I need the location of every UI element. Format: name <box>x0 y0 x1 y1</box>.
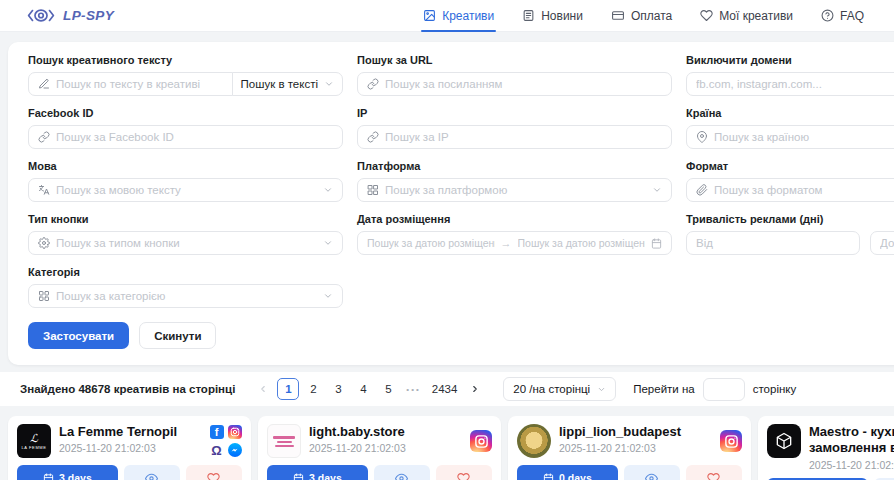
page-button-3[interactable]: 3 <box>327 378 349 400</box>
card-info: light.baby.store 2025-11-20 21:02:03 <box>309 424 462 458</box>
favorite-button[interactable] <box>186 465 242 480</box>
date-from-input[interactable] <box>367 237 495 249</box>
reset-button[interactable]: Скинути <box>139 322 216 349</box>
creative-text-mode-select[interactable]: Пошук в тексті <box>232 72 343 96</box>
pagination: 1 2 3 4 5 ••• 2434 <box>252 378 486 400</box>
category-input[interactable] <box>56 290 317 302</box>
card-header: lippi_lion_budapest 2025-11-20 21:02:03 <box>517 424 742 458</box>
messenger-icon <box>228 443 242 457</box>
avatar-monogram: ℒ <box>30 433 38 444</box>
duration-to-input[interactable] <box>880 237 894 249</box>
field-creative-text: Пошук креативного тексту Пошук в тексті <box>28 54 343 96</box>
language-input[interactable] <box>56 184 317 196</box>
field-label: Дата розміщення <box>357 213 672 225</box>
facebook-icon: f <box>210 425 224 439</box>
page-size-select[interactable]: 20 /на сторінці <box>503 377 616 401</box>
field-exclude-domains: Виключити домени <box>686 54 894 96</box>
field-ip: IP <box>357 107 672 149</box>
page-button-5[interactable]: 5 <box>377 378 399 400</box>
view-button[interactable] <box>374 465 430 480</box>
view-button[interactable] <box>624 465 680 480</box>
calendar-icon[interactable] <box>651 238 662 249</box>
nav-label: Мої креативи <box>719 9 793 23</box>
days-button[interactable]: 0 days <box>517 465 618 480</box>
goto-page-input[interactable] <box>703 378 745 401</box>
card-actions: 3 days <box>267 465 492 480</box>
nav-item-news[interactable]: Новини <box>522 0 583 32</box>
page-button-1[interactable]: 1 <box>277 378 299 400</box>
facebook-id-box <box>28 125 343 149</box>
app-header: LP-SPY Креативи Новини Оплата Мої креати… <box>0 0 894 32</box>
filter-row-1: Пошук креативного тексту Пошук в тексті <box>28 54 894 96</box>
avatar-wordmark-line <box>275 445 294 447</box>
favorite-button[interactable] <box>436 465 492 480</box>
chevron-down-icon[interactable] <box>323 185 333 195</box>
ip-input[interactable] <box>385 131 662 143</box>
nav-item-payment[interactable]: Оплата <box>611 0 672 32</box>
field-label: Мова <box>28 160 343 172</box>
format-input[interactable] <box>714 184 894 196</box>
favorite-button[interactable] <box>686 465 742 480</box>
field-language: Мова <box>28 160 343 202</box>
card-date: 2025-11-20 21:02:03 <box>809 459 894 471</box>
days-button[interactable]: 3 days <box>17 465 118 480</box>
creative-card[interactable]: lippi_lion_budapest 2025-11-20 21:02:03 … <box>508 416 751 480</box>
page-button-last[interactable]: 2434 <box>428 378 462 400</box>
field-label: Facebook ID <box>28 107 343 119</box>
page-button-2[interactable]: 2 <box>302 378 324 400</box>
pagination-ellipsis[interactable]: ••• <box>402 385 424 394</box>
goto-suffix: сторінку <box>753 383 797 395</box>
paperclip-icon <box>696 184 708 196</box>
eye-logo-icon <box>26 7 56 24</box>
calendar-icon <box>543 473 554 480</box>
chevron-down-icon[interactable] <box>652 185 662 195</box>
platform-icons <box>470 424 492 458</box>
card-actions: 0 days <box>517 465 742 480</box>
field-label: Тип кнопки <box>28 213 343 225</box>
eye-icon <box>645 472 658 480</box>
creative-card[interactable]: light.baby.store 2025-11-20 21:02:03 3 d… <box>258 416 501 480</box>
creative-text-input[interactable] <box>56 78 223 90</box>
filter-row-3: Мова Платформа <box>28 160 894 202</box>
image-icon <box>423 9 436 22</box>
duration-from-input[interactable] <box>696 237 850 249</box>
prev-page-icon[interactable] <box>252 378 274 400</box>
mode-label: Пошук в тексті <box>241 78 318 90</box>
chevron-down-icon[interactable] <box>323 238 333 248</box>
avatar-wordmark-line <box>277 441 292 443</box>
days-label: 3 days <box>309 472 342 480</box>
days-button[interactable]: 3 days <box>267 465 368 480</box>
app-logo[interactable]: LP-SPY <box>26 7 114 24</box>
apply-button[interactable]: Застосувати <box>28 322 129 349</box>
creative-card[interactable]: Maestro - кухні, ме замовлення в Ужг 202… <box>758 416 894 480</box>
card-title: light.baby.store <box>309 424 462 440</box>
card-header: ℒ LA FEMME La Femme Ternopil 2025-11-20 … <box>17 424 242 458</box>
field-category: Категорія <box>28 266 343 308</box>
button-type-input[interactable] <box>56 237 317 249</box>
country-input[interactable] <box>714 131 894 143</box>
next-page-icon[interactable] <box>464 378 486 400</box>
exclude-domains-input[interactable] <box>696 78 894 90</box>
field-platform: Платформа <box>357 160 672 202</box>
field-button-type: Тип кнопки <box>28 213 343 255</box>
nav-item-faq[interactable]: FAQ <box>821 0 864 32</box>
category-icon <box>38 290 50 302</box>
avatar <box>517 424 551 458</box>
page-content: Пошук креативного тексту Пошук в тексті <box>0 32 894 365</box>
chevron-down-icon[interactable] <box>323 291 333 301</box>
url-input[interactable] <box>385 78 662 90</box>
facebook-id-input[interactable] <box>56 131 333 143</box>
eye-icon <box>395 472 408 480</box>
creatives-grid: ℒ LA FEMME La Femme Ternopil 2025-11-20 … <box>0 406 894 480</box>
field-label: Пошук за URL <box>357 54 672 66</box>
nav-item-my-creatives[interactable]: Мої креативи <box>700 0 793 32</box>
filters-panel: Пошук креативного тексту Пошук в тексті <box>8 42 894 365</box>
calendar-icon <box>293 473 304 480</box>
filter-row-2: Facebook ID IP Країна <box>28 107 894 149</box>
creative-card[interactable]: ℒ LA FEMME La Femme Ternopil 2025-11-20 … <box>8 416 251 480</box>
view-button[interactable] <box>124 465 180 480</box>
page-button-4[interactable]: 4 <box>352 378 374 400</box>
nav-item-creatives[interactable]: Креативи <box>423 0 494 32</box>
date-to-input[interactable] <box>518 237 646 249</box>
platform-input[interactable] <box>385 184 646 196</box>
